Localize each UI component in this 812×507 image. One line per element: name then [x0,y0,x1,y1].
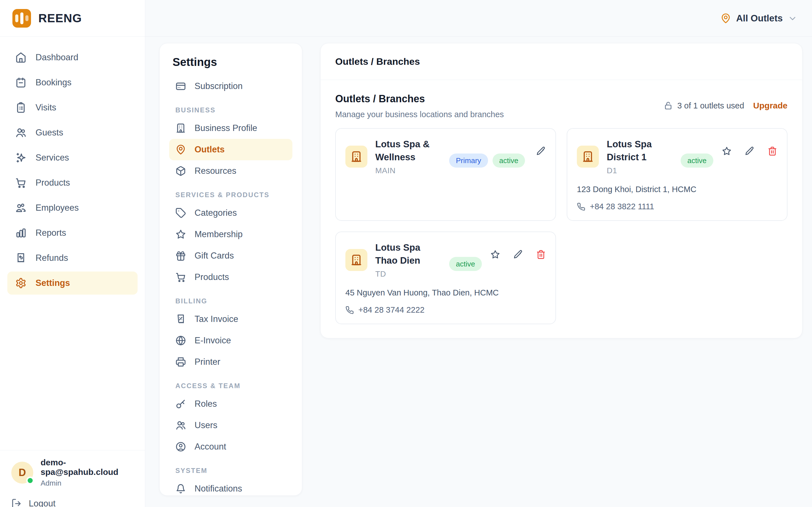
settings-item-outlets[interactable]: Outlets [169,139,292,160]
logo-bar [26,15,29,21]
outlet-code: TD [375,270,443,279]
bell-icon [175,483,186,494]
logo-bar [20,12,23,24]
receipt-percent-icon [175,314,186,325]
home-icon [15,52,27,63]
settings-item-subscription[interactable]: Subscription [169,75,292,97]
settings-item-label: Outlets [195,145,225,155]
lock-open-icon [664,101,673,110]
outlet-name: Lotus Spa District 1 [607,138,674,163]
favorite-star-icon[interactable] [722,146,732,156]
settings-item-tax-invoice[interactable]: Tax Invoice [169,308,292,330]
phone-icon [345,306,354,314]
delete-trash-icon[interactable] [767,146,777,156]
sidebar: REENG Dashboard Bookings Visits Guests S… [0,0,145,507]
settings-item-business-profile[interactable]: Business Profile [169,117,292,139]
settings-group-heading: BUSINESS [175,106,292,114]
settings-item-categories[interactable]: Categories [169,202,292,224]
user-email: demo-spa@spahub.cloud [41,458,134,477]
sidebar-item-label: Services [36,153,69,163]
settings-item-products[interactable]: Products [169,267,292,288]
settings-item-gift-cards[interactable]: Gift Cards [169,245,292,267]
outlet-name-block: Lotus Spa Thao Dien TD [375,241,443,279]
outlet-selector-label: All Outlets [736,13,783,24]
outlet-card-top: Lotus Spa District 1 D1 active [577,138,777,175]
outlet-card-main: Lotus Spa & Wellness MAIN Primary active [335,128,556,221]
sparkles-icon [15,152,27,163]
sidebar-item-label: Settings [36,278,70,288]
settings-item-label: E-Invoice [195,335,231,346]
settings-item-membership[interactable]: Membership [169,224,292,245]
sidebar-item-refunds[interactable]: Refunds [7,246,138,270]
outlet-card-top: Lotus Spa Thao Dien TD active [345,241,546,279]
outlets-body: Outlets / Branches Manage your business … [320,80,802,337]
sidebar-item-visits[interactable]: Visits [7,96,138,119]
cart-icon [175,272,186,283]
outlet-card-thao-dien: Lotus Spa Thao Dien TD active 45 Nguyen … [335,231,556,324]
brand-name: REENG [38,11,82,25]
sidebar-item-guests[interactable]: Guests [7,121,138,144]
outlet-building-icon-tile [577,146,599,168]
online-status-dot [26,476,34,485]
sidebar-item-label: Visits [36,103,56,113]
outlet-badges: Primary active [449,154,525,168]
user-role: Admin [41,479,134,488]
settings-item-label: Users [195,420,217,431]
outlet-selector-dropdown[interactable]: All Outlets [720,13,797,24]
page-title-text: Outlets / Branches [335,56,420,67]
outlet-code: MAIN [375,166,443,175]
settings-item-printer[interactable]: Printer [169,351,292,373]
sidebar-item-dashboard[interactable]: Dashboard [7,46,138,69]
outlet-phone-row: +84 28 3744 2222 [345,305,546,315]
outlet-card-top: Lotus Spa & Wellness MAIN Primary active [345,138,546,175]
user-profile[interactable]: D demo-spa@spahub.cloud Admin [11,458,134,488]
usage-text: 3 of 1 outlets used [677,101,744,110]
logout-icon [11,498,22,507]
people-group-icon [15,202,27,214]
map-pin-icon [720,13,731,24]
settings-item-label: Tax Invoice [195,314,238,324]
edit-icon[interactable] [513,249,523,260]
settings-group-heading: SERVICES & PRODUCTS [175,191,292,199]
avatar-initial: D [18,467,26,478]
sidebar-item-services[interactable]: Services [7,146,138,169]
settings-group-heading: ACCESS & TEAM [175,382,292,390]
settings-item-label: Notifications [195,484,242,494]
settings-item-roles[interactable]: Roles [169,393,292,414]
sidebar-nav: Dashboard Bookings Visits Guests Service… [0,37,145,450]
sidebar-item-reports[interactable]: Reports [7,221,138,244]
sidebar-item-settings[interactable]: Settings [7,272,138,295]
edit-icon[interactable] [536,146,546,156]
outlet-address: 123 Dong Khoi, District 1, HCMC [577,185,777,194]
sidebar-footer: D demo-spa@spahub.cloud Admin Logout [0,450,145,507]
section-head-left: Outlets / Branches Manage your business … [335,93,504,119]
building-icon [350,151,363,163]
sidebar-item-products[interactable]: Products [7,171,138,194]
building-icon [350,254,363,266]
outlet-actions [536,146,546,156]
favorite-star-icon[interactable] [490,249,500,260]
sidebar-item-bookings[interactable]: Bookings [7,71,138,94]
settings-item-users[interactable]: Users [169,414,292,436]
brand-logo-icon [12,9,31,27]
settings-item-label: Membership [195,229,243,239]
gift-icon [175,250,186,261]
logout-button[interactable]: Logout [11,498,134,507]
brand-header: REENG [0,0,145,37]
outlet-name: Lotus Spa Thao Dien [375,241,443,267]
settings-item-resources[interactable]: Resources [169,160,292,182]
sidebar-item-label: Employees [36,203,79,213]
outlet-badges: active [449,257,482,271]
cart-icon [15,177,27,188]
outlet-name: Lotus Spa & Wellness [375,138,443,163]
settings-item-e-invoice[interactable]: E-Invoice [169,330,292,351]
sidebar-item-label: Guests [36,128,63,138]
upgrade-link[interactable]: Upgrade [753,101,788,110]
settings-item-notifications[interactable]: Notifications [169,478,292,496]
delete-trash-icon[interactable] [536,249,546,260]
edit-icon[interactable] [745,146,755,156]
sidebar-item-employees[interactable]: Employees [7,196,138,219]
sidebar-item-label: Refunds [36,253,68,263]
settings-item-account[interactable]: Account [169,436,292,457]
outlet-card-district-1: Lotus Spa District 1 D1 active 123 Dong … [567,128,788,221]
